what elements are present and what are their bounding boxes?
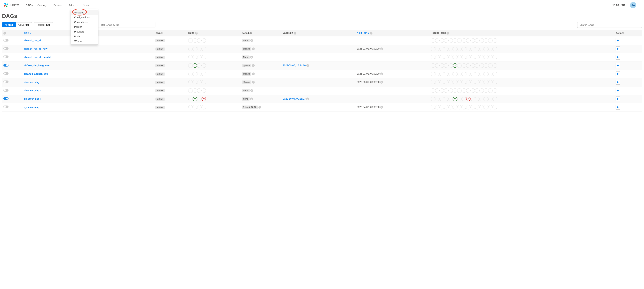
trigger-dag-button[interactable] <box>616 38 620 43</box>
trigger-dag-button[interactable] <box>616 105 620 110</box>
filter-all[interactable]: All 44 <box>2 22 16 28</box>
menu-variables[interactable]: Variables <box>71 10 98 15</box>
task-circle[interactable] <box>475 47 480 51</box>
run-circle[interactable] <box>197 105 202 110</box>
run-circle[interactable]: 4 <box>193 63 197 68</box>
run-circle[interactable] <box>188 63 193 68</box>
task-circle[interactable] <box>466 72 470 76</box>
task-circle[interactable] <box>484 72 488 76</box>
task-circle[interactable] <box>480 63 484 68</box>
trigger-dag-button[interactable] <box>616 88 620 93</box>
schedule-tag[interactable]: None <box>242 39 250 42</box>
run-circle[interactable] <box>197 38 202 43</box>
task-circle[interactable] <box>448 63 453 68</box>
owner-tag[interactable]: airflow <box>156 72 165 76</box>
task-circle[interactable] <box>453 105 457 110</box>
task-circle[interactable] <box>488 72 493 76</box>
task-circle[interactable] <box>480 105 484 110</box>
info-icon[interactable]: i <box>250 56 253 58</box>
task-circle[interactable] <box>431 38 435 43</box>
task-circle[interactable] <box>431 47 435 51</box>
task-circle[interactable] <box>457 88 462 93</box>
task-circle[interactable] <box>457 47 462 51</box>
run-circle[interactable] <box>197 88 202 93</box>
task-circle[interactable] <box>444 105 448 110</box>
task-circle[interactable]: 12 <box>466 97 470 101</box>
task-circle[interactable] <box>466 38 470 43</box>
schedule-tag[interactable]: None <box>242 89 250 92</box>
task-circle[interactable] <box>470 55 475 60</box>
task-circle[interactable] <box>431 88 435 93</box>
task-circle[interactable] <box>475 38 480 43</box>
run-circle[interactable] <box>188 38 193 43</box>
task-circle[interactable] <box>470 105 475 110</box>
dag-link[interactable]: dynamic-map <box>24 106 39 108</box>
menu-plugins[interactable]: Plugins <box>71 24 98 29</box>
task-circle[interactable] <box>470 72 475 76</box>
task-circle[interactable] <box>470 88 475 93</box>
filter-active[interactable]: Active 2 <box>16 22 32 28</box>
nav-dags[interactable]: DAGs <box>26 4 33 6</box>
trigger-dag-button[interactable] <box>616 46 620 51</box>
task-circle[interactable] <box>453 47 457 51</box>
info-icon[interactable]: i <box>252 64 255 67</box>
task-circle[interactable] <box>488 97 493 101</box>
dag-link[interactable]: abench_run_all_parallel <box>24 56 51 58</box>
task-circle[interactable] <box>444 55 448 60</box>
run-circle[interactable] <box>197 63 202 68</box>
dag-toggle[interactable] <box>4 80 8 83</box>
dag-toggle[interactable] <box>4 56 8 58</box>
task-circle[interactable] <box>448 47 453 51</box>
task-circle[interactable] <box>488 88 493 93</box>
task-circle[interactable] <box>470 80 475 84</box>
dag-link[interactable]: abench_run_all <box>24 39 42 42</box>
info-icon[interactable]: i <box>252 81 255 84</box>
task-circle[interactable] <box>448 88 453 93</box>
owner-tag[interactable]: airflow <box>156 81 165 84</box>
task-circle[interactable] <box>484 88 488 93</box>
task-circle[interactable] <box>444 38 448 43</box>
run-circle[interactable] <box>202 105 206 110</box>
task-circle[interactable] <box>462 47 466 51</box>
task-circle[interactable] <box>480 47 484 51</box>
task-circle[interactable] <box>448 38 453 43</box>
search-input[interactable] <box>577 22 642 28</box>
run-circle[interactable] <box>202 38 206 43</box>
info-icon[interactable]: i <box>250 98 253 100</box>
run-circle[interactable] <box>202 55 206 60</box>
task-circle[interactable] <box>466 80 470 84</box>
dag-link[interactable]: cleanup_abench_10g <box>24 72 48 75</box>
info-icon[interactable]: i <box>195 32 198 34</box>
task-circle[interactable] <box>440 47 444 51</box>
task-circle[interactable] <box>444 88 448 93</box>
dag-toggle[interactable] <box>4 39 8 42</box>
task-circle[interactable] <box>488 55 493 60</box>
dag-toggle[interactable] <box>4 106 8 108</box>
task-circle[interactable] <box>462 80 466 84</box>
task-circle[interactable] <box>457 55 462 60</box>
dag-toggle[interactable] <box>4 97 8 100</box>
dag-link[interactable]: discover_dag <box>24 81 39 84</box>
task-circle[interactable] <box>457 63 462 68</box>
task-circle[interactable] <box>493 80 497 84</box>
run-circle[interactable] <box>188 105 193 110</box>
filter-paused[interactable]: Paused 42 <box>34 22 53 28</box>
task-circle[interactable] <box>475 88 480 93</box>
owner-tag[interactable]: airflow <box>156 48 165 50</box>
logo[interactable]: Airflow <box>4 2 19 8</box>
schedule-tag[interactable]: @once <box>242 47 251 50</box>
info-icon[interactable]: i <box>380 106 383 108</box>
task-circle[interactable] <box>453 55 457 60</box>
run-circle[interactable] <box>193 72 197 76</box>
task-circle[interactable] <box>462 55 466 60</box>
task-circle[interactable] <box>435 38 440 43</box>
trigger-dag-button[interactable] <box>616 72 620 76</box>
task-circle[interactable] <box>480 88 484 93</box>
task-circle[interactable] <box>484 47 488 51</box>
task-circle[interactable] <box>493 105 497 110</box>
task-circle[interactable] <box>435 97 440 101</box>
th-next-run[interactable]: Next Run⇅ i <box>356 30 429 36</box>
dag-toggle[interactable] <box>4 47 8 50</box>
run-circle[interactable] <box>197 55 202 60</box>
run-circle[interactable] <box>202 63 206 68</box>
